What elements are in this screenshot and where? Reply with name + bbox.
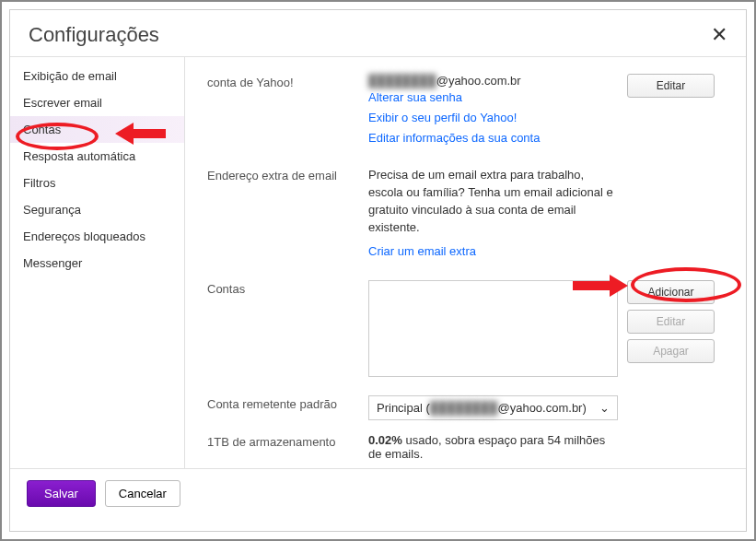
row-default-sender: Conta remetente padrão Principal (██████… bbox=[207, 395, 724, 420]
sidebar-item-label: Contas bbox=[23, 123, 61, 136]
email-hidden-prefix: ████████ bbox=[368, 74, 436, 88]
row-label: Contas bbox=[207, 280, 368, 296]
default-sender-select[interactable]: Principal (████████@yahoo.com.br) ⌄ bbox=[368, 395, 618, 420]
row-extra-email: Endereço extra de email Precisa de um em… bbox=[207, 167, 724, 261]
row-accounts: Contas Adicionar Editar Apagar bbox=[207, 280, 724, 377]
close-icon[interactable]: ✕ bbox=[711, 25, 727, 45]
sidebar-item-resposta-automatica[interactable]: Resposta automática bbox=[10, 143, 184, 170]
link-edit-account-info[interactable]: Editar informações da sua conta bbox=[368, 128, 618, 148]
sidebar-item-exibicao-email[interactable]: Exibição de email bbox=[10, 63, 184, 89]
link-create-extra-email[interactable]: Criar um email extra bbox=[368, 241, 618, 262]
edit-yahoo-account-button[interactable]: Editar bbox=[627, 74, 715, 98]
email-suffix: @yahoo.com.br bbox=[436, 74, 521, 88]
sidebar-item-contas[interactable]: Contas bbox=[10, 116, 184, 143]
row-yahoo-account: conta de Yahoo! ████████@yahoo.com.br Al… bbox=[207, 74, 724, 148]
accounts-listbox[interactable] bbox=[368, 280, 618, 377]
add-account-button[interactable]: Adicionar bbox=[627, 280, 715, 304]
link-change-password[interactable]: Alterar sua senha bbox=[368, 88, 618, 108]
sidebar: Exibição de email Escrever email Contas … bbox=[10, 57, 185, 468]
chevron-down-icon: ⌄ bbox=[599, 401, 610, 415]
sidebar-item-label: Endereços bloqueados bbox=[23, 229, 145, 243]
sidebar-item-filtros[interactable]: Filtros bbox=[10, 170, 184, 196]
settings-dialog: Configurações ✕ Exibição de email Escrev… bbox=[9, 9, 747, 532]
sidebar-item-label: Segurança bbox=[23, 203, 81, 217]
sidebar-item-label: Resposta automática bbox=[23, 149, 135, 163]
sidebar-item-escrever-email[interactable]: Escrever email bbox=[10, 89, 184, 116]
save-button[interactable]: Salvar bbox=[27, 480, 96, 507]
extra-email-description: Precisa de um email extra para trabalho,… bbox=[368, 167, 618, 236]
select-display: Principal (████████@yahoo.com.br) bbox=[377, 401, 587, 415]
content-pane: conta de Yahoo! ████████@yahoo.com.br Al… bbox=[185, 57, 746, 468]
sidebar-item-label: Filtros bbox=[23, 176, 55, 190]
row-label: Endereço extra de email bbox=[207, 167, 368, 182]
account-email: ████████@yahoo.com.br bbox=[368, 74, 618, 88]
sidebar-item-messenger[interactable]: Messenger bbox=[10, 250, 184, 276]
cancel-button[interactable]: Cancelar bbox=[105, 480, 180, 507]
sidebar-item-label: Exibição de email bbox=[23, 69, 117, 83]
edit-account-button[interactable]: Editar bbox=[627, 310, 715, 334]
storage-usage-text: 0.02% usado, sobra espaço para 54 milhõe… bbox=[368, 433, 618, 461]
sidebar-item-seguranca[interactable]: Segurança bbox=[10, 196, 184, 223]
dialog-footer: Salvar Cancelar bbox=[10, 469, 746, 518]
row-label: conta de Yahoo! bbox=[207, 74, 368, 89]
sidebar-item-label: Messenger bbox=[23, 256, 82, 270]
row-label: 1TB de armazenamento bbox=[207, 433, 368, 449]
dialog-header: Configurações ✕ bbox=[10, 10, 746, 56]
row-storage: 1TB de armazenamento 0.02% usado, sobra … bbox=[207, 433, 724, 461]
sidebar-item-enderecos-bloqueados[interactable]: Endereços bloqueados bbox=[10, 223, 184, 250]
delete-account-button[interactable]: Apagar bbox=[627, 339, 715, 363]
dialog-title: Configurações bbox=[29, 23, 159, 47]
row-label: Conta remetente padrão bbox=[207, 395, 368, 411]
sidebar-item-label: Escrever email bbox=[23, 96, 102, 110]
dialog-body: Exibição de email Escrever email Contas … bbox=[10, 56, 746, 469]
link-show-profile[interactable]: Exibir o seu perfil do Yahoo! bbox=[368, 108, 618, 128]
